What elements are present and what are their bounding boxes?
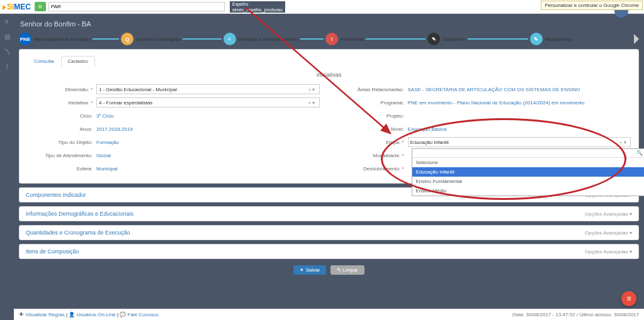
footer-link-fale[interactable]: Fale Conosco xyxy=(128,312,159,317)
section-title: Iniciativas xyxy=(27,72,631,78)
form-left-column: Dimensão: *1 - Gestão Educacional - Muni… xyxy=(27,84,320,177)
clear-button[interactable]: ✎ Limpar xyxy=(330,265,364,275)
etapa-select[interactable]: Educação Infantil× ▾ xyxy=(408,137,631,147)
ciclo-value: 3º Ciclo xyxy=(96,113,320,119)
form-right-column: Áreas Relacionadas:SASE - SECRETARIA DE … xyxy=(339,84,631,177)
tab-cadastro[interactable]: Cadastro xyxy=(61,56,95,67)
wizard-step-2[interactable]: Q xyxy=(121,33,133,45)
footer-link-usuarios[interactable]: Usuários On-Line xyxy=(77,312,116,317)
tipo-atend-value: Global xyxy=(96,153,320,158)
esfera-value: Municipal xyxy=(96,166,320,172)
page-title: Senhor do Bonfim - BA xyxy=(19,18,639,30)
tab-consulta[interactable]: Consulta xyxy=(27,56,61,67)
dropdown-option[interactable]: Educação Infantil xyxy=(412,167,644,177)
wizard: PNEPlano Nacional de Educação QQuestões … xyxy=(19,33,639,45)
footer: 👁 Visualizar Regras | 👤 Usuários On-Line… xyxy=(14,309,644,320)
areas-value: SASE - SECRETARIA DE ARTICULAÇÃO COM OS … xyxy=(408,87,631,92)
sidebar: ≡ ▤ 〽 ⤴ xyxy=(0,14,14,320)
programa-value: PNE em movimento - Plano Nacional de Edu… xyxy=(408,100,631,106)
collapse-quantidades[interactable]: Quantidades e Cronograma de ExecuçãoOpçõ… xyxy=(19,225,639,240)
module-select[interactable] xyxy=(48,2,225,11)
footer-link-regras[interactable]: Visualizar Regras xyxy=(25,312,65,317)
dropdown-option[interactable]: Ensino Médio xyxy=(412,186,644,196)
collapse-demograficas[interactable]: Informações Demográficas e EducacionaisO… xyxy=(19,206,639,221)
collapse-itens[interactable]: Itens de ComposiçãoOpções Avançadas ▾ xyxy=(19,244,639,259)
sidebar-doc-icon[interactable]: ▤ xyxy=(0,29,14,44)
sidebar-menu-icon[interactable]: ≡ xyxy=(0,14,14,29)
footer-timestamp: Data: 30/08/2017 - 13:47:52 / Último ace… xyxy=(512,312,639,317)
save-button[interactable]: ✦ Salvar xyxy=(293,265,326,275)
dropdown-search-input[interactable] xyxy=(414,150,636,156)
sidebar-chart-icon[interactable]: 〽 xyxy=(0,44,14,59)
logo: SIMEC xyxy=(3,3,31,11)
anos-value: 2017,2018,2019 xyxy=(96,126,320,132)
wizard-step-4[interactable]: ! xyxy=(325,33,338,45)
menu-toggle-button[interactable]: ≡ xyxy=(35,2,46,11)
wizard-step-1[interactable]: PNE xyxy=(19,33,31,45)
wizard-step-3[interactable]: ≡ xyxy=(223,33,236,45)
dropdown-option[interactable]: Ensino Fundamental xyxy=(412,177,644,186)
chrome-tooltip: Personalizar e controlar o Google Chrome xyxy=(541,1,643,10)
modalidade-dropdown[interactable]: 🔍 Selecione Educação Infantil Ensino Fun… xyxy=(412,148,645,196)
form-panel: Consulta Cadastro Iniciativas Dimensão: … xyxy=(19,49,639,184)
dropdown-option[interactable]: Selecione xyxy=(412,158,644,167)
wizard-step-5[interactable]: ✎ xyxy=(427,33,440,45)
dimensao-select[interactable]: 1 - Gestão Educacional - Municipal× ▾ xyxy=(96,84,320,94)
search-icon: 🔍 xyxy=(636,150,643,156)
nivel-value: Educação Básica xyxy=(408,126,631,132)
iniciativa-select[interactable]: 4 - Formar especialistas× ▾ xyxy=(96,97,320,108)
fab-button[interactable]: ≡ xyxy=(621,291,636,306)
tipo-objeto-value: Formação xyxy=(96,140,320,145)
sidebar-share-icon[interactable]: ⤴ xyxy=(0,59,14,74)
wizard-step-6[interactable]: ✎ xyxy=(530,33,543,45)
top-menu-info: Espelho simec_espelho_producao xyxy=(230,1,285,13)
main: Senhor do Bonfim - BA PNEPlano Nacional … xyxy=(14,14,644,275)
wizard-next-icon[interactable] xyxy=(634,34,639,44)
